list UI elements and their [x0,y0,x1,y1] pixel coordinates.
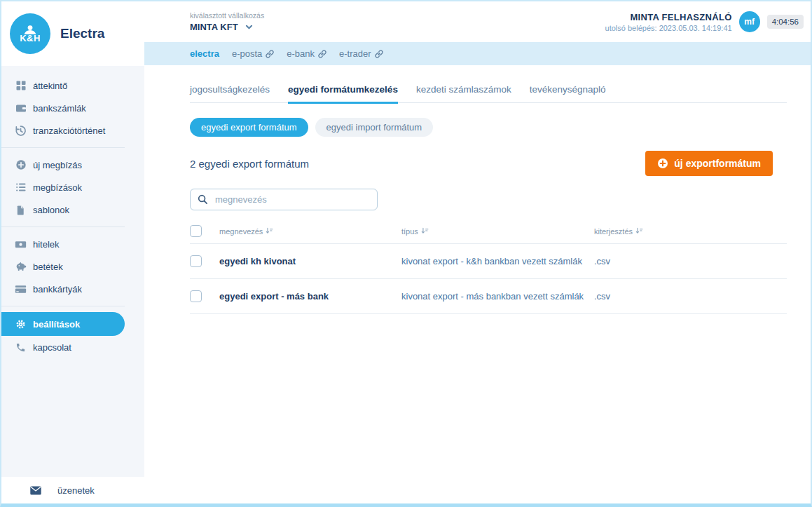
topbar: kiválasztott vállalkozás MINTA KFT MINTA… [144,1,811,42]
link-icon [318,50,326,58]
table-row[interactable]: egyedi kh kivonat kivonat export - k&h b… [190,243,787,278]
sidebar-divider [1,227,125,227]
nav-item-label: e-bank [287,48,315,59]
nav-item-electra[interactable]: electra [190,48,219,59]
company-name: MINTA KFT [190,22,238,32]
sort-icon [635,227,643,235]
format-type-toggle: egyedi export formátum egyedi import for… [190,118,787,137]
select-all-checkbox[interactable] [190,225,202,237]
pill-egyedi-import-formatum[interactable]: egyedi import formátum [315,118,434,137]
nav-item-label: electra [190,48,219,59]
new-export-format-button[interactable]: új exportformátum [645,151,773,176]
app-window: K&H Electra áttekintő bankszámlák [0,0,812,507]
sidebar-item-label: bankszámlák [33,103,86,114]
pill-egyedi-export-formatum[interactable]: egyedi export formátum [190,118,308,137]
sidebar-item-sablonok[interactable]: sablonok [1,198,144,221]
company-selector[interactable]: kiválasztott vállalkozás MINTA KFT [190,11,264,32]
column-header-tipus[interactable]: típus [401,227,594,236]
gear-icon [15,318,27,330]
app-name: Electra [60,26,104,41]
sidebar-item-label: új megbízás [33,160,82,170]
phone-icon [15,342,27,353]
row-name: egyedi export - más bank [219,291,401,302]
sidebar-item-beallitasok[interactable]: beállítások [1,312,125,336]
sidebar-item-bankkartyak[interactable]: bankkártyák [1,278,144,300]
plus-circle-icon [15,159,27,171]
row-name: egyedi kh kivonat [219,256,401,266]
sidebar-item-uj-megbizas[interactable]: új megbízás [1,154,144,176]
sidebar-item-label: betétek [33,262,63,272]
count-row: 2 egyedi export formátum új exportformát… [190,151,787,176]
sidebar-item-attekinto[interactable]: áttekintő [1,74,144,97]
sidebar: áttekintő bankszámlák tranzakciótörténet [1,66,144,477]
tab-tevekenysegnaplo[interactable]: tevékenységnapló [530,84,606,102]
user-info: MINTA FELHASZNÁLÓ utolsó belépés: 2023.0… [605,11,804,32]
sidebar-item-label: bankkártyák [33,284,82,295]
link-icon [266,50,274,58]
search-icon [198,194,208,205]
right-panel: kiválasztott vállalkozás MINTA KFT MINTA… [144,1,811,477]
left-panel: K&H Electra áttekintő bankszámlák [1,1,144,477]
sidebar-item-betetek[interactable]: betétek [1,255,144,278]
sidebar-divider [1,306,125,306]
sidebar-item-megbizasok[interactable]: megbízások [1,176,144,198]
search-input[interactable] [214,194,370,205]
kh-logo-text: K&H [20,34,41,43]
row-type: kivonat export - k&h bankban vezett szám… [401,256,594,266]
chevron-down-icon [245,25,253,30]
sidebar-item-label: beállítások [33,319,80,330]
content-area: jogosultságkezelés egyedi formátumkezelé… [144,65,811,477]
sidebar-item-label: sablonok [33,205,69,215]
plus-circle-icon [657,158,668,169]
list-icon [15,182,27,194]
sidebar-item-kapcsolat[interactable]: kapcsolat [1,336,144,358]
column-header-megnevezes[interactable]: megnevezés [219,227,401,236]
link-icon [375,50,383,58]
row-extension: .csv [594,291,787,302]
column-header-kiterjesztes[interactable]: kiterjesztés [594,227,787,236]
bottom-item-label: üzenetek [57,485,95,496]
new-export-format-label: új exportformátum [674,158,761,169]
main-layout: K&H Electra áttekintő bankszámlák [1,1,811,477]
user-name: MINTA FELHASZNÁLÓ [605,12,732,22]
nav-item-e-bank[interactable]: e-bank [287,48,326,59]
credit-card-icon [15,283,27,295]
sidebar-item-label: kapcsolat [33,342,71,353]
company-selector-label: kiválasztott vállalkozás [190,11,264,20]
bottom-bar: üzenetek [1,477,811,503]
user-text: MINTA FELHASZNÁLÓ utolsó belépés: 2023.0… [605,12,732,32]
sidebar-item-label: megbízások [33,182,82,193]
row-extension: .csv [594,256,787,266]
nav-item-e-trader[interactable]: e-trader [339,48,383,59]
sidebar-item-hitelek[interactable]: hitelek [1,233,144,255]
settings-tabs: jogosultságkezelés egyedi formátumkezelé… [190,84,787,103]
person-icon [21,25,39,34]
table-header-row: megnevezés típus kiterjesz [190,219,787,243]
sidebar-item-label: tranzakciótörténet [33,126,105,136]
row-type: kivonat export - más bankban vezett szám… [401,291,594,302]
envelope-icon [29,485,42,496]
nav-item-label: e-trader [339,48,371,59]
sort-icon [266,227,273,235]
last-login: utolsó belépés: 2023.05.03. 14:19:41 [605,24,732,32]
tab-egyedi-formatumkezeles[interactable]: egyedi formátumkezelés [288,84,398,104]
avatar[interactable]: mf [739,11,760,32]
table-row[interactable]: egyedi export - más bank kivonat export … [190,278,787,314]
sidebar-divider [1,147,125,148]
tab-kezdeti-szamlaszamok[interactable]: kezdeti számlaszámok [416,84,511,102]
sidebar-item-bankszamlak[interactable]: bankszámlák [1,97,144,119]
tab-jogosultsagkezeles[interactable]: jogosultságkezelés [190,84,270,102]
sidebar-item-label: hitelek [33,239,60,250]
brand-logo[interactable]: K&H Electra [1,1,144,66]
result-count: 2 egyedi export formátum [190,158,309,170]
nav-item-e-posta[interactable]: e-posta [232,48,274,59]
row-checkbox[interactable] [190,290,202,302]
session-timer: 4:04:56 [767,15,804,29]
banknote-icon [15,238,27,250]
sidebar-item-tranzakciotortenet[interactable]: tranzakciótörténet [1,119,144,142]
search-box [190,189,378,210]
row-checkbox[interactable] [190,255,202,267]
nav-item-label: e-posta [232,48,262,59]
export-format-table: megnevezés típus kiterjesz [190,219,787,314]
bottom-item-uzenetek[interactable]: üzenetek [29,485,95,496]
